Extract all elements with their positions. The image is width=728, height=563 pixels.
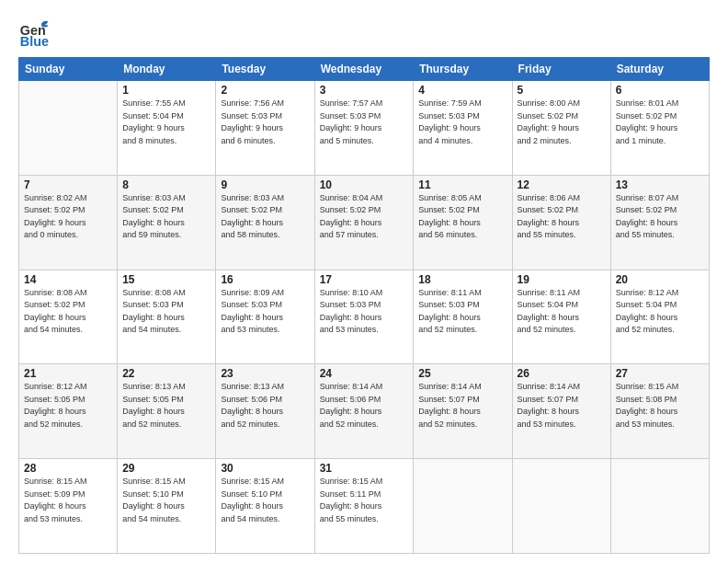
calendar-cell: 9Sunrise: 8:03 AM Sunset: 5:02 PM Daylig…: [216, 175, 314, 270]
day-number: 8: [122, 178, 210, 191]
calendar-cell: 25Sunrise: 8:14 AM Sunset: 5:07 PM Dayli…: [414, 364, 512, 459]
day-number: 14: [24, 273, 112, 286]
calendar-cell: 16Sunrise: 8:09 AM Sunset: 5:03 PM Dayli…: [216, 270, 314, 364]
day-number: 23: [221, 367, 309, 380]
day-info: Sunrise: 8:14 AM Sunset: 5:07 PM Dayligh…: [518, 381, 606, 431]
calendar-cell: 31Sunrise: 8:15 AM Sunset: 5:11 PM Dayli…: [314, 459, 414, 554]
day-info: Sunrise: 8:09 AM Sunset: 5:03 PM Dayligh…: [221, 287, 309, 337]
day-info: Sunrise: 8:12 AM Sunset: 5:04 PM Dayligh…: [616, 287, 704, 337]
day-info: Sunrise: 8:02 AM Sunset: 5:02 PM Dayligh…: [24, 192, 112, 242]
day-info: Sunrise: 7:55 AM Sunset: 5:04 PM Dayligh…: [122, 98, 210, 147]
svg-text:Blue: Blue: [20, 34, 49, 49]
day-info: Sunrise: 8:07 AM Sunset: 5:02 PM Dayligh…: [616, 192, 704, 242]
day-number: 6: [616, 84, 704, 97]
day-number: 25: [418, 367, 506, 380]
calendar-cell: [610, 459, 709, 554]
weekday-header-monday: Monday: [118, 58, 216, 81]
day-number: 27: [616, 367, 704, 380]
day-info: Sunrise: 8:11 AM Sunset: 5:04 PM Dayligh…: [518, 287, 606, 337]
calendar-cell: 14Sunrise: 8:08 AM Sunset: 5:02 PM Dayli…: [19, 270, 118, 364]
day-number: 2: [221, 84, 309, 97]
calendar-cell: [414, 459, 512, 554]
calendar-cell: 29Sunrise: 8:15 AM Sunset: 5:10 PM Dayli…: [118, 459, 216, 554]
day-number: 30: [221, 462, 309, 475]
day-number: 24: [320, 367, 409, 380]
calendar-table: SundayMondayTuesdayWednesdayThursdayFrid…: [18, 57, 710, 554]
day-number: 4: [418, 84, 506, 97]
day-info: Sunrise: 8:03 AM Sunset: 5:02 PM Dayligh…: [122, 192, 210, 242]
calendar-cell: [19, 81, 118, 176]
week-row-3: 14Sunrise: 8:08 AM Sunset: 5:02 PM Dayli…: [19, 270, 710, 364]
calendar-cell: 6Sunrise: 8:01 AM Sunset: 5:02 PM Daylig…: [610, 81, 709, 176]
weekday-header-thursday: Thursday: [414, 58, 512, 81]
weekday-header-saturday: Saturday: [610, 58, 709, 81]
day-number: 19: [518, 273, 606, 286]
calendar-cell: 28Sunrise: 8:15 AM Sunset: 5:09 PM Dayli…: [19, 459, 118, 554]
calendar-cell: 11Sunrise: 8:05 AM Sunset: 5:02 PM Dayli…: [414, 175, 512, 270]
calendar-cell: 4Sunrise: 7:59 AM Sunset: 5:03 PM Daylig…: [414, 81, 512, 176]
week-row-5: 28Sunrise: 8:15 AM Sunset: 5:09 PM Dayli…: [19, 459, 710, 554]
calendar-cell: 3Sunrise: 7:57 AM Sunset: 5:03 PM Daylig…: [314, 81, 414, 176]
day-info: Sunrise: 8:00 AM Sunset: 5:02 PM Dayligh…: [518, 98, 606, 147]
day-info: Sunrise: 8:13 AM Sunset: 5:05 PM Dayligh…: [122, 381, 210, 431]
day-number: 1: [122, 84, 210, 97]
calendar-cell: 8Sunrise: 8:03 AM Sunset: 5:02 PM Daylig…: [118, 175, 216, 270]
day-info: Sunrise: 8:10 AM Sunset: 5:03 PM Dayligh…: [320, 287, 409, 337]
day-number: 28: [24, 462, 112, 475]
day-number: 21: [24, 367, 112, 380]
day-info: Sunrise: 8:11 AM Sunset: 5:03 PM Dayligh…: [418, 287, 506, 337]
day-number: 10: [320, 178, 409, 191]
day-number: 9: [221, 178, 309, 191]
day-info: Sunrise: 8:04 AM Sunset: 5:02 PM Dayligh…: [320, 192, 409, 242]
day-number: 7: [24, 178, 112, 191]
day-number: 13: [616, 178, 704, 191]
day-info: Sunrise: 7:59 AM Sunset: 5:03 PM Dayligh…: [418, 98, 506, 147]
day-info: Sunrise: 8:08 AM Sunset: 5:03 PM Dayligh…: [122, 287, 210, 337]
day-info: Sunrise: 8:14 AM Sunset: 5:07 PM Dayligh…: [418, 381, 506, 431]
calendar-cell: 21Sunrise: 8:12 AM Sunset: 5:05 PM Dayli…: [19, 364, 118, 459]
day-info: Sunrise: 8:01 AM Sunset: 5:02 PM Dayligh…: [616, 98, 704, 147]
weekday-header-wednesday: Wednesday: [314, 58, 414, 81]
day-number: 29: [122, 462, 210, 475]
calendar-cell: 24Sunrise: 8:14 AM Sunset: 5:06 PM Dayli…: [314, 364, 414, 459]
day-number: 12: [518, 178, 606, 191]
day-info: Sunrise: 8:12 AM Sunset: 5:05 PM Dayligh…: [24, 381, 112, 431]
calendar-cell: 2Sunrise: 7:56 AM Sunset: 5:03 PM Daylig…: [216, 81, 314, 176]
day-number: 15: [122, 273, 210, 286]
day-number: 26: [518, 367, 606, 380]
day-info: Sunrise: 8:06 AM Sunset: 5:02 PM Dayligh…: [518, 192, 606, 242]
logo: Gen Blue: [18, 17, 53, 50]
calendar-cell: 23Sunrise: 8:13 AM Sunset: 5:06 PM Dayli…: [216, 364, 314, 459]
day-info: Sunrise: 7:57 AM Sunset: 5:03 PM Dayligh…: [320, 98, 409, 147]
calendar-cell: 10Sunrise: 8:04 AM Sunset: 5:02 PM Dayli…: [314, 175, 414, 270]
calendar-cell: 20Sunrise: 8:12 AM Sunset: 5:04 PM Dayli…: [610, 270, 709, 364]
calendar-cell: 12Sunrise: 8:06 AM Sunset: 5:02 PM Dayli…: [512, 175, 610, 270]
calendar-cell: 30Sunrise: 8:15 AM Sunset: 5:10 PM Dayli…: [216, 459, 314, 554]
calendar-cell: 26Sunrise: 8:14 AM Sunset: 5:07 PM Dayli…: [512, 364, 610, 459]
logo-icon: Gen Blue: [18, 17, 51, 50]
calendar-cell: 27Sunrise: 8:15 AM Sunset: 5:08 PM Dayli…: [610, 364, 709, 459]
day-info: Sunrise: 8:15 AM Sunset: 5:10 PM Dayligh…: [122, 476, 210, 525]
day-info: Sunrise: 8:14 AM Sunset: 5:06 PM Dayligh…: [320, 381, 409, 431]
calendar-cell: 18Sunrise: 8:11 AM Sunset: 5:03 PM Dayli…: [414, 270, 512, 364]
day-info: Sunrise: 8:08 AM Sunset: 5:02 PM Dayligh…: [24, 287, 112, 337]
header: Gen Blue: [18, 17, 710, 50]
day-info: Sunrise: 8:05 AM Sunset: 5:02 PM Dayligh…: [418, 192, 506, 242]
day-info: Sunrise: 8:15 AM Sunset: 5:08 PM Dayligh…: [616, 381, 704, 431]
calendar-cell: 7Sunrise: 8:02 AM Sunset: 5:02 PM Daylig…: [19, 175, 118, 270]
day-number: 11: [418, 178, 506, 191]
week-row-4: 21Sunrise: 8:12 AM Sunset: 5:05 PM Dayli…: [19, 364, 710, 459]
day-number: 22: [122, 367, 210, 380]
day-number: 31: [320, 462, 409, 475]
calendar-cell: 15Sunrise: 8:08 AM Sunset: 5:03 PM Dayli…: [118, 270, 216, 364]
day-number: 3: [320, 84, 409, 97]
calendar-cell: [512, 459, 610, 554]
day-number: 16: [221, 273, 309, 286]
calendar-cell: 5Sunrise: 8:00 AM Sunset: 5:02 PM Daylig…: [512, 81, 610, 176]
weekday-header-tuesday: Tuesday: [216, 58, 314, 81]
weekday-header-row: SundayMondayTuesdayWednesdayThursdayFrid…: [19, 58, 710, 81]
calendar-cell: 17Sunrise: 8:10 AM Sunset: 5:03 PM Dayli…: [314, 270, 414, 364]
day-number: 20: [616, 273, 704, 286]
week-row-2: 7Sunrise: 8:02 AM Sunset: 5:02 PM Daylig…: [19, 175, 710, 270]
calendar-cell: 22Sunrise: 8:13 AM Sunset: 5:05 PM Dayli…: [118, 364, 216, 459]
